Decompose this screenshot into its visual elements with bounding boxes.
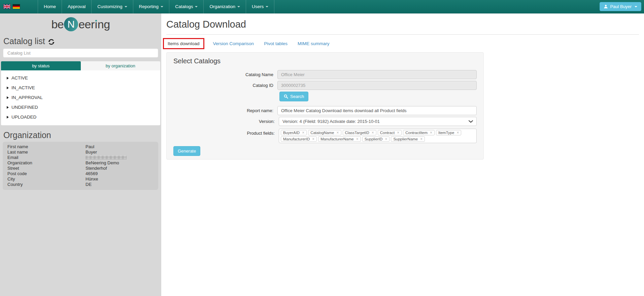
tree-item-in-active[interactable]: IN_ACTIVE bbox=[1, 83, 160, 93]
tree-item-in-approval[interactable]: IN_APPROVAL bbox=[1, 93, 160, 102]
top-navbar: Home Approval Customizing Reporting Cata… bbox=[0, 0, 644, 13]
remove-tag-icon[interactable] bbox=[420, 137, 422, 141]
search-row: Search bbox=[279, 92, 477, 101]
select-catalogs-panel: Select Catalogs Catalog Name Catalog ID … bbox=[166, 52, 484, 160]
nav-item-users[interactable]: Users bbox=[246, 0, 274, 13]
nav-item-customizing[interactable]: Customizing bbox=[91, 0, 133, 13]
tag-supplierid: SupplierID bbox=[362, 136, 390, 142]
tag-itemtype: ItemType bbox=[436, 130, 461, 135]
expand-arrow-icon[interactable] bbox=[7, 77, 9, 79]
version-select-value[interactable] bbox=[279, 117, 477, 126]
org-row-organization: OrganizationBeNeering Demo bbox=[7, 160, 154, 166]
nav-item-home[interactable]: Home bbox=[38, 0, 62, 13]
chevron-down-icon bbox=[237, 6, 240, 7]
search-button-label: Search bbox=[290, 94, 304, 99]
catalog-id-field[interactable] bbox=[277, 81, 477, 90]
remove-tag-icon[interactable] bbox=[430, 131, 432, 135]
tab-mime-summary[interactable]: MIME summary bbox=[294, 38, 333, 49]
nav-item-approval[interactable]: Approval bbox=[62, 0, 91, 13]
section-title: Select Catalogs bbox=[173, 57, 477, 65]
german-flag-icon[interactable] bbox=[13, 4, 20, 9]
product-fields-label: Product fields: bbox=[173, 129, 279, 143]
remove-tag-icon[interactable] bbox=[312, 137, 314, 141]
catalog-id-row: Catalog ID bbox=[173, 81, 477, 90]
expand-arrow-icon[interactable] bbox=[7, 106, 9, 109]
chevron-down-icon bbox=[125, 6, 127, 7]
catalog-name-row: Catalog Name bbox=[173, 70, 477, 79]
org-row-city: CityHünxe bbox=[7, 176, 154, 182]
tag-manufacturerid: ManufacturerID bbox=[281, 136, 317, 142]
language-switcher bbox=[3, 4, 20, 9]
remove-tag-icon[interactable] bbox=[456, 131, 459, 135]
org-row-last-name: Last nameBuyer bbox=[7, 150, 154, 155]
org-row-street: StreetStenderhof bbox=[7, 166, 154, 171]
tab-version-comparison[interactable]: Version Comparison bbox=[209, 38, 258, 49]
logo-text: ı bbox=[95, 18, 98, 31]
expand-arrow-icon[interactable] bbox=[7, 96, 9, 99]
generate-row: Generate bbox=[173, 146, 477, 156]
organization-title: Organization bbox=[3, 130, 158, 140]
tab-by-status[interactable]: by status bbox=[1, 61, 81, 70]
tab-pivot-tables[interactable]: Pivot tables bbox=[260, 38, 291, 49]
org-row-country: CountryDE bbox=[7, 182, 154, 187]
organization-panel: First namePaul Last nameBuyer Email Orga… bbox=[3, 142, 158, 190]
catalog-search-input[interactable] bbox=[3, 48, 158, 58]
divider bbox=[166, 34, 639, 35]
tag-contract: Contract bbox=[378, 130, 402, 135]
tag-buyeraid: BuyerAID bbox=[281, 130, 307, 135]
org-row-post-code: Post code46569 bbox=[7, 171, 154, 176]
tree-item-undefined[interactable]: UNDEFINED bbox=[1, 102, 160, 112]
chevron-down-icon bbox=[266, 6, 268, 7]
logo-n-circle: N bbox=[64, 17, 78, 31]
remove-tag-icon[interactable] bbox=[397, 131, 399, 135]
tree-item-active[interactable]: ACTIVE bbox=[1, 73, 160, 83]
sidebar-tabs: by status by organization bbox=[1, 61, 160, 70]
version-select[interactable] bbox=[279, 117, 477, 126]
generate-button-label: Generate bbox=[178, 149, 196, 154]
tag-contractitem: ContractItem bbox=[403, 130, 435, 135]
beneering-logo[interactable]: be N eer ı ng bbox=[0, 16, 161, 32]
remove-tag-icon[interactable] bbox=[302, 131, 304, 135]
logo-text: eer bbox=[78, 18, 95, 31]
chevron-down-icon bbox=[635, 6, 637, 7]
sidebar: be N eer ı ng Catalog list by status by … bbox=[0, 13, 161, 296]
tag-suppliername: SupplierName bbox=[391, 136, 425, 142]
chevron-down-icon bbox=[195, 6, 198, 7]
main-content: Catalog Download Items download Version … bbox=[161, 13, 644, 296]
redacted-email bbox=[86, 156, 127, 159]
remove-tag-icon[interactable] bbox=[337, 131, 339, 135]
chevron-down-icon bbox=[161, 6, 163, 7]
generate-button[interactable]: Generate bbox=[173, 146, 200, 156]
product-fields-row: Product fields: BuyerAID CatalogName Cla… bbox=[173, 129, 477, 143]
catalog-name-field[interactable] bbox=[277, 70, 477, 79]
report-name-label: Report name: bbox=[173, 106, 277, 115]
nav-label: Approval bbox=[68, 4, 86, 9]
logo-text: be bbox=[51, 18, 64, 31]
remove-tag-icon[interactable] bbox=[356, 137, 359, 141]
nav-label: Reporting bbox=[139, 4, 159, 9]
main-menu: Home Approval Customizing Reporting Cata… bbox=[38, 0, 274, 13]
nav-item-reporting[interactable]: Reporting bbox=[133, 0, 169, 13]
expand-arrow-icon[interactable] bbox=[7, 116, 9, 119]
catalog-name-label: Catalog Name bbox=[173, 70, 277, 79]
tab-by-organization[interactable]: by organization bbox=[81, 61, 161, 70]
user-menu-button[interactable]: Paul Buyer bbox=[600, 2, 641, 11]
nav-item-catalogs[interactable]: Catalogs bbox=[169, 0, 203, 13]
remove-tag-icon[interactable] bbox=[385, 137, 387, 141]
org-row-first-name: First namePaul bbox=[7, 144, 154, 150]
uk-flag-icon[interactable] bbox=[3, 4, 10, 9]
catalog-status-tree: ACTIVE IN_ACTIVE IN_APPROVAL UNDEFINED U… bbox=[1, 70, 160, 125]
logo-i-dot bbox=[95, 20, 97, 22]
refresh-icon[interactable] bbox=[48, 39, 55, 45]
tab-items-download[interactable]: Items download bbox=[163, 38, 204, 49]
search-button[interactable]: Search bbox=[279, 92, 308, 101]
version-row: Version: bbox=[173, 117, 477, 126]
nav-item-organization[interactable]: Organization bbox=[203, 0, 246, 13]
report-name-field[interactable] bbox=[277, 106, 477, 115]
nav-label: Home bbox=[44, 4, 56, 9]
product-fields-tags-input[interactable]: BuyerAID CatalogName ClassTargetID Contr… bbox=[279, 129, 477, 143]
expand-arrow-icon[interactable] bbox=[7, 87, 9, 89]
tag-classtargetid: ClassTargetID bbox=[343, 130, 376, 135]
remove-tag-icon[interactable] bbox=[372, 131, 374, 135]
tree-item-uploaded[interactable]: UPLOADED bbox=[1, 112, 160, 122]
